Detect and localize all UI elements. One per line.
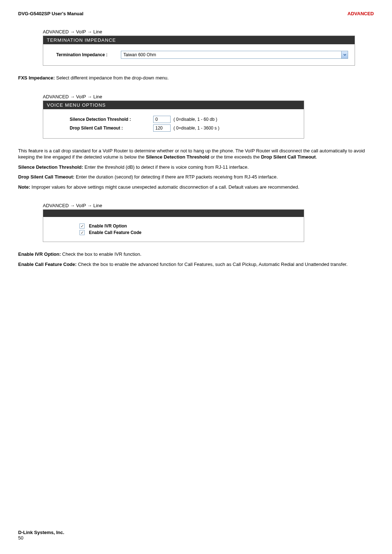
- text-bold-dsct: Drop Silent Call Timeout: [261, 154, 316, 160]
- voice-menu-options-panel: VOICE MENU OPTIONS Silence Detection Thr…: [43, 100, 304, 139]
- termination-impedance-panel: TERMINATION IMPEDANCE Termination Impeda…: [43, 36, 355, 66]
- text-segment: .: [316, 154, 317, 160]
- enable-ivr-checkbox[interactable]: ✓: [79, 223, 85, 229]
- header-left: DVG-G5402SP User's Manual: [18, 11, 83, 16]
- enable-ivr-desc: Enable IVR Option: Check the box to enab…: [18, 251, 374, 258]
- silence-detection-input[interactable]: [153, 116, 171, 123]
- note-label: Note:: [18, 184, 32, 190]
- breadcrumb: ADVANCED → VoIP → Line: [43, 29, 374, 34]
- enable-call-feature-desc: Enable Call Feature Code: Check the box …: [18, 261, 374, 268]
- silence-detection-label: Silence Detection Threshold :: [50, 117, 153, 122]
- enable-call-feature-checkbox[interactable]: ✓: [79, 230, 85, 235]
- drop-silent-timeout-label: Drop Silent Call Timeout :: [50, 126, 153, 131]
- page-header: DVG-G5402SP User's Manual ADVANCED: [18, 11, 374, 16]
- drop-silent-timeout-hint: ( 0=disable, 1 - 3600 s ): [173, 126, 219, 131]
- options-panel: ✓ Enable IVR Option ✓ Enable Call Featur…: [43, 209, 304, 242]
- breadcrumb: ADVANCED → VoIP → Line: [43, 94, 374, 99]
- silence-detection-hint: ( 0=disable, 1 - 60 db ): [173, 117, 217, 122]
- enable-ivr-label: Enable IVR Option: [89, 223, 127, 229]
- sdt-body: Enter the threshold (dB) to detect if th…: [85, 164, 249, 170]
- fxs-impedance-label: FXS Impedance:: [18, 75, 56, 81]
- checkmark-icon: ✓: [81, 230, 84, 235]
- drop-silent-desc: Drop Silent Call Timeout: Enter the dura…: [18, 174, 374, 180]
- dsct-body: Enter the duration (second) for detectin…: [76, 174, 278, 180]
- fxs-impedance-body: Select different impedance from the drop…: [56, 75, 169, 81]
- dsct-label: Drop Silent Call Timeout:: [18, 174, 76, 180]
- checkmark-icon: ✓: [81, 224, 84, 229]
- termination-impedance-value: Taiwan 600 Ohm: [121, 52, 341, 57]
- termination-impedance-label: Termination Impedance :: [50, 52, 121, 57]
- termination-impedance-select[interactable]: Taiwan 600 Ohm: [121, 51, 348, 59]
- note-body: Improper values for above settings might…: [32, 184, 299, 190]
- breadcrumb: ADVANCED → VoIP → Line: [43, 203, 374, 208]
- panel-title-voice: VOICE MENU OPTIONS: [43, 101, 304, 109]
- silence-detection-desc: Silence Detection Threshold: Enter the t…: [18, 164, 374, 171]
- voice-options-desc: This feature is a call drop standard for…: [18, 148, 374, 160]
- drop-silent-timeout-input[interactable]: [153, 124, 171, 132]
- ivr-label: Enable IVR Option:: [18, 251, 62, 257]
- panel-title-termination: TERMINATION IMPEDANCE: [43, 36, 355, 44]
- ivr-body: Check the box to enable IVR function.: [62, 251, 141, 257]
- header-right: ADVANCED: [347, 11, 374, 16]
- chevron-down-icon: [341, 51, 348, 58]
- sdt-label: Silence Detection Threshold:: [18, 164, 85, 170]
- text-segment: or the time exceeds the: [209, 154, 261, 160]
- note-text: Note: Improper values for above settings…: [18, 184, 374, 190]
- panel-title-blank: [43, 210, 304, 217]
- enable-call-feature-label: Enable Call Feature Code: [89, 230, 142, 235]
- text-bold-sdt: Silence Detection Threshold: [146, 154, 209, 160]
- fxs-impedance-text: FXS Impedance: Select different impedanc…: [18, 75, 374, 81]
- ecfc-body: Check the box to enable the advanced fun…: [78, 262, 348, 267]
- ecfc-label: Enable Call Feature Code:: [18, 262, 78, 267]
